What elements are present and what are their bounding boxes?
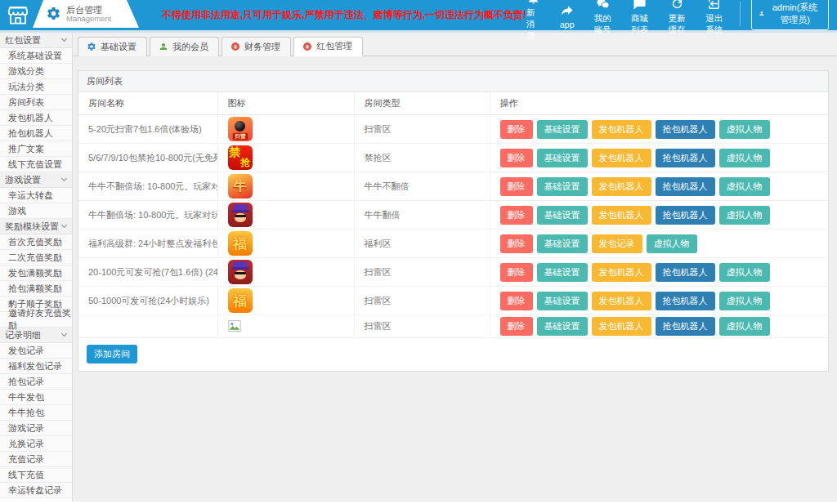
basic-settings-button[interactable]: 基础设置 [537,120,588,139]
basic-settings-button[interactable]: 基础设置 [537,317,588,336]
send-robot-button[interactable]: 发包机器人 [592,149,651,167]
gangster-icon [228,260,253,284]
grab-robot-button[interactable]: 抢包机器人 [656,292,715,310]
room-icon-cell [217,258,354,287]
sidebar-item[interactable]: 邀请好友充值奖励 [0,312,72,328]
send-robot-button[interactable]: 发包机器人 [592,317,651,336]
virtual-character-button[interactable]: 虚拟人物 [719,292,770,310]
sidebar-item[interactable]: 房间列表 [0,95,72,110]
send-robot-button[interactable]: 发包机器人 [592,177,651,196]
virtual-character-button[interactable]: 虚拟人物 [719,120,770,139]
sidebar-item[interactable]: 游戏 [0,203,72,219]
delete-button[interactable]: 删除 [500,317,533,336]
basic-settings-button[interactable]: 基础设置 [537,234,588,253]
nav-label: 退出系统 [705,13,723,36]
delete-button[interactable]: 删除 [500,206,533,225]
sidebar-item[interactable]: 游戏分类 [0,64,72,79]
sidebar-item[interactable]: 首次充值奖励 [0,234,72,250]
basic-settings-button[interactable]: 基础设置 [537,206,588,225]
panel-title: 房间列表 [78,71,828,92]
sidebar-item[interactable]: 系统基础设置 [0,48,72,64]
tab-finance[interactable]: 财务管理 [222,37,291,56]
nav-app[interactable]: app [560,3,575,29]
sidebar-item[interactable]: 充值记录 [0,452,72,467]
sidebar-item[interactable]: 福利发包记录 [0,359,72,374]
nav-new-messages[interactable]: 0新消息 [526,0,540,42]
sidebar-item[interactable]: 发包记录 [0,343,72,359]
delete-button[interactable]: 删除 [500,292,533,310]
table-row: 牛牛不翻倍场: 10-800元。玩家对玩家!牛牛牛不翻倍删除基础设置发包机器人抢… [78,172,828,201]
delete-button[interactable]: 删除 [500,177,533,196]
sidebar-item[interactable]: 游戏记录 [0,421,72,436]
nav-update-cache[interactable]: 更新缓存 [669,0,687,36]
send-record-button[interactable]: 发包记录 [592,234,642,253]
table-row: 20-100元可发可抢(7包1.6倍) (24小时娱...扫雷区删除基础设置发包… [78,258,828,287]
virtual-character-button[interactable]: 虚拟人物 [719,317,770,336]
app-subtitle: Management [66,15,111,23]
gear-icon [87,42,96,51]
sidebar-group-redpacket-settings[interactable]: 红包设置 [0,33,72,48]
grab-robot-button[interactable]: 抢包机器人 [656,263,715,282]
actions-cell: 删除基础设置发包机器人抢包机器人虚拟人物 [490,315,828,338]
tab-basic-settings[interactable]: 基础设置 [78,37,147,56]
sidebar-item[interactable]: 抢包满额奖励 [0,281,72,297]
sidebar-item[interactable]: 线下充值设置 [0,157,72,172]
sidebar-item[interactable]: 幸运转盘记录 [0,483,72,498]
coin-icon [302,42,312,51]
virtual-character-button[interactable]: 虚拟人物 [719,206,770,225]
sidebar-item[interactable]: 兑换记录 [0,436,72,452]
delete-button[interactable]: 删除 [500,234,533,253]
sidebar-group-game-settings[interactable]: 游戏设置 [0,172,72,188]
virtual-character-button[interactable]: 虚拟人物 [647,234,697,253]
virtual-character-button[interactable]: 虚拟人物 [719,263,770,282]
grab-robot-button[interactable]: 抢包机器人 [656,177,715,196]
basic-settings-button[interactable]: 基础设置 [537,292,588,310]
top-header: 后台管理 Management 不得使用非法用途,只可用于娱乐,严禁用于违法、赌… [0,0,837,33]
sidebar-item[interactable]: 线下充值 [0,467,72,483]
add-room-button[interactable]: 添加房间 [87,345,137,364]
actions-cell: 删除基础设置发包机器人抢包机器人虚拟人物 [490,115,828,144]
delete-button[interactable]: 删除 [500,263,533,282]
room-name-cell: 牛牛不翻倍场: 10-800元。玩家对玩家! [78,172,217,201]
room-type-cell: 扫雷区 [354,315,490,338]
sidebar-item[interactable]: 抢包记录 [0,374,72,390]
room-type-cell: 扫雷区 [354,287,490,315]
sidebar-item[interactable]: 牛牛抢包 [0,405,72,421]
room-icon-cell: 福 [217,287,354,315]
sidebar-item[interactable]: 幸运大转盘 [0,188,72,203]
tab-my-members[interactable]: 我的会员 [150,37,219,56]
basic-settings-button[interactable]: 基础设置 [537,177,588,196]
send-robot-button[interactable]: 发包机器人 [592,206,651,225]
room-name-cell: 50-1000可发可抢(24小时娱乐) [78,287,217,315]
basic-settings-button[interactable]: 基础设置 [537,263,588,282]
sidebar-item[interactable]: 牛牛发包 [0,390,72,405]
tab-redpacket[interactable]: 红包管理 [293,37,363,56]
sidebar-item[interactable]: 二次充值奖励 [0,250,72,265]
send-robot-button[interactable]: 发包机器人 [592,263,651,282]
sidebar-group-reward-module-settings[interactable]: 奖励模块设置 [0,219,72,234]
tab-label: 红包管理 [316,40,352,52]
user-button[interactable]: admin(系统管理员) [751,0,829,30]
send-robot-button[interactable]: 发包机器人 [592,292,651,310]
nav-my-account[interactable]: 我的账号 [594,0,612,36]
basic-settings-button[interactable]: 基础设置 [537,149,588,167]
sidebar-item[interactable]: 推广文案 [0,141,72,157]
sidebar-item[interactable]: 发包机器人 [0,110,72,126]
sidebar-item[interactable]: 玩法分类 [0,79,72,95]
sidebar-item[interactable]: 发包满额奖励 [0,265,72,281]
virtual-character-button[interactable]: 虚拟人物 [719,177,770,196]
send-robot-button[interactable]: 发包机器人 [592,120,651,139]
grab-robot-button[interactable]: 抢包机器人 [656,317,715,336]
grab-robot-button[interactable]: 抢包机器人 [656,120,715,139]
actions-cell: 删除基础设置发包机器人抢包机器人虚拟人物 [490,258,828,287]
delete-button[interactable]: 删除 [500,149,533,167]
sidebar-group-label: 记录明细 [5,329,41,341]
virtual-character-button[interactable]: 虚拟人物 [719,149,770,167]
delete-button[interactable]: 删除 [500,120,533,139]
sidebar-group-label: 奖励模块设置 [5,221,59,233]
nav-logout[interactable]: 退出系统 [705,0,723,36]
sidebar-item[interactable]: 抢包机器人 [0,126,72,141]
nav-mall-list[interactable]: 商城列表 [631,0,649,36]
grab-robot-button[interactable]: 抢包机器人 [656,206,715,225]
grab-robot-button[interactable]: 抢包机器人 [656,149,715,167]
